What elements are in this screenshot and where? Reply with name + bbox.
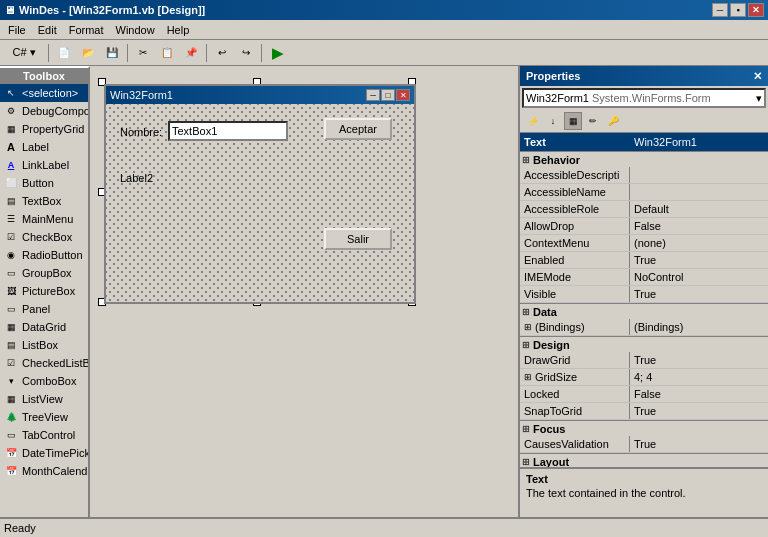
toolbox-item-linklabel[interactable]: A LinkLabel xyxy=(0,156,88,174)
prop-row-contextmenu[interactable]: ContextMenu (none) xyxy=(520,235,768,252)
toolbar-open[interactable]: 📂 xyxy=(77,42,99,64)
toolbox-item-tabcontrol[interactable]: ▭ TabControl xyxy=(0,426,88,444)
prop-row-snaptogrid[interactable]: SnapToGrid True xyxy=(520,403,768,420)
props-property-pages[interactable]: ✏ xyxy=(584,112,602,130)
prop-row-accessiblename[interactable]: AccessibleName xyxy=(520,184,768,201)
close-button[interactable]: ✕ xyxy=(748,3,764,17)
prop-row-drawgrid[interactable]: DrawGrid True xyxy=(520,352,768,369)
prop-row-enabled[interactable]: Enabled True xyxy=(520,252,768,269)
form-window[interactable]: Win32Form1 ─ □ ✕ Nombre: TextBox1 Acepta… xyxy=(104,84,416,304)
textbox-icon: ▤ xyxy=(4,194,18,208)
toolbar-undo[interactable]: ↩ xyxy=(211,42,233,64)
prop-section-layout[interactable]: ⊞ Layout xyxy=(520,453,768,467)
design-area[interactable]: Win32Form1 ─ □ ✕ Nombre: TextBox1 Acepta… xyxy=(90,66,518,517)
status-text: Ready xyxy=(4,522,36,534)
form-button-aceptar[interactable]: Aceptar xyxy=(324,118,392,140)
prop-value-bindings[interactable]: (Bindings) xyxy=(630,319,768,335)
toolbox-item-combobox[interactable]: ▾ ComboBox xyxy=(0,372,88,390)
restore-button[interactable]: ▪ xyxy=(730,3,746,17)
form-textbox1[interactable]: TextBox1 xyxy=(168,121,288,141)
props-categorize-btn[interactable]: ▦ xyxy=(564,112,582,130)
menu-window[interactable]: Window xyxy=(110,22,161,38)
menu-file[interactable]: File xyxy=(2,22,32,38)
form-maximize-btn[interactable]: □ xyxy=(381,89,395,101)
prop-section-focus[interactable]: ⊞ Focus xyxy=(520,420,768,436)
toolbox-item-datetimepicker[interactable]: 📅 DateTimePicker xyxy=(0,444,88,462)
toolbox-item-listbox[interactable]: ▤ ListBox xyxy=(0,336,88,354)
prop-value-imemode[interactable]: NoControl xyxy=(630,269,768,285)
form-close-btn[interactable]: ✕ xyxy=(396,89,410,101)
dropdown-arrow: ▾ xyxy=(756,92,762,105)
prop-value-accessiblerole[interactable]: Default xyxy=(630,201,768,217)
prop-name-imemode: IMEMode xyxy=(520,269,630,285)
form-body[interactable]: Nombre: TextBox1 Aceptar Label2 Salir xyxy=(106,104,414,302)
menu-help[interactable]: Help xyxy=(161,22,196,38)
toolbox-item-button[interactable]: ⬜ Button xyxy=(0,174,88,192)
toolbar-paste[interactable]: 📌 xyxy=(180,42,202,64)
props-favorites[interactable]: 🔑 xyxy=(604,112,622,130)
toolbox-item-groupbox[interactable]: ▭ GroupBox xyxy=(0,264,88,282)
toolbox-item-debugcomponent[interactable]: ⚙ DebugCompon xyxy=(0,102,88,120)
toolbox-item-propertygrid[interactable]: ▦ PropertyGrid xyxy=(0,120,88,138)
form-label-nombre: Nombre: xyxy=(120,126,162,138)
toolbox-item-treeview[interactable]: 🌲 TreeView xyxy=(0,408,88,426)
prop-section-design[interactable]: ⊞ Design xyxy=(520,336,768,352)
prop-row-accessibledescripti[interactable]: AccessibleDescripti xyxy=(520,167,768,184)
toolbox-item-textbox[interactable]: ▤ TextBox xyxy=(0,192,88,210)
properties-close-btn[interactable]: ✕ xyxy=(753,70,762,83)
toolbar-redo[interactable]: ↪ xyxy=(235,42,257,64)
menu-edit[interactable]: Edit xyxy=(32,22,63,38)
prop-section-behavior[interactable]: ⊞ Behavior xyxy=(520,151,768,167)
toolbar-new[interactable]: 📄 xyxy=(53,42,75,64)
props-object-dropdown[interactable]: Win32Form1 System.WinForms.Form ▾ xyxy=(522,88,766,108)
toolbox-item-label[interactable]: A Label xyxy=(0,138,88,156)
prop-row-bindings[interactable]: ⊞ (Bindings) (Bindings) xyxy=(520,319,768,336)
form-label2: Label2 xyxy=(120,172,153,184)
prop-row-visible[interactable]: Visible True xyxy=(520,286,768,303)
menu-format[interactable]: Format xyxy=(63,22,110,38)
prop-row-gridsize[interactable]: ⊞ GridSize 4; 4 xyxy=(520,369,768,386)
prop-value-contextmenu[interactable]: (none) xyxy=(630,235,768,251)
form-button-salir[interactable]: Salir xyxy=(324,228,392,250)
monthcalendar-icon: 📅 xyxy=(4,464,18,478)
toolbox-item-monthcalendar[interactable]: 📅 MonthCalend... xyxy=(0,462,88,480)
prop-value-enabled[interactable]: True xyxy=(630,252,768,268)
prop-value-visible[interactable]: True xyxy=(630,286,768,302)
toolbar-cs-dropdown[interactable]: C# ▾ xyxy=(4,42,44,64)
toolbar-copy[interactable]: 📋 xyxy=(156,42,178,64)
toolbox: Toolbox ↖ <selection> ⚙ DebugCompon ▦ Pr… xyxy=(0,66,90,517)
toolbar-cut[interactable]: ✂ xyxy=(132,42,154,64)
prop-section-data[interactable]: ⊞ Data xyxy=(520,303,768,319)
prop-value-allowdrop[interactable]: False xyxy=(630,218,768,234)
toolbox-item-label: PictureBox xyxy=(22,285,75,297)
prop-row-imemode[interactable]: IMEMode NoControl xyxy=(520,269,768,286)
prop-value-locked[interactable]: False xyxy=(630,386,768,402)
toolbox-item-mainmenu[interactable]: ☰ MainMenu xyxy=(0,210,88,228)
prop-value-snaptogrid[interactable]: True xyxy=(630,403,768,419)
props-sort-alpha[interactable]: ↓ xyxy=(544,112,562,130)
prop-row-allowdrop[interactable]: AllowDrop False xyxy=(520,218,768,235)
prop-row-accessiblerole[interactable]: AccessibleRole Default xyxy=(520,201,768,218)
props-sort-category[interactable]: ⚡ xyxy=(524,112,542,130)
prop-row-causesvalidation[interactable]: CausesValidation True xyxy=(520,436,768,453)
toolbox-item-checkbox[interactable]: ☑ CheckBox xyxy=(0,228,88,246)
toolbox-item-radiobutton[interactable]: ◉ RadioButton xyxy=(0,246,88,264)
toolbar-run[interactable]: ▶ xyxy=(266,42,288,64)
prop-row-locked[interactable]: Locked False xyxy=(520,386,768,403)
prop-value-causesvalidation[interactable]: True xyxy=(630,436,768,452)
toolbox-item-checkedlistbox[interactable]: ☑ CheckedListBox xyxy=(0,354,88,372)
minimize-button[interactable]: ─ xyxy=(712,3,728,17)
toolbox-item-datagrid[interactable]: ▦ DataGrid xyxy=(0,318,88,336)
toolbox-item-panel[interactable]: ▭ Panel xyxy=(0,300,88,318)
toolbox-item-picturebox[interactable]: 🖼 PictureBox xyxy=(0,282,88,300)
prop-value-gridsize[interactable]: 4; 4 xyxy=(630,369,768,385)
prop-value-accessiblename[interactable] xyxy=(630,184,768,200)
selected-prop-value[interactable]: Win32Form1 xyxy=(630,136,768,148)
toolbox-item-listview[interactable]: ▦ ListView xyxy=(0,390,88,408)
prop-value-accessibledescripti[interactable] xyxy=(630,167,768,183)
selected-prop-row[interactable]: Text Win32Form1 xyxy=(520,133,768,151)
toolbar-save[interactable]: 💾 xyxy=(101,42,123,64)
prop-value-drawgrid[interactable]: True xyxy=(630,352,768,368)
form-minimize-btn[interactable]: ─ xyxy=(366,89,380,101)
toolbox-item-selection[interactable]: ↖ <selection> xyxy=(0,84,88,102)
